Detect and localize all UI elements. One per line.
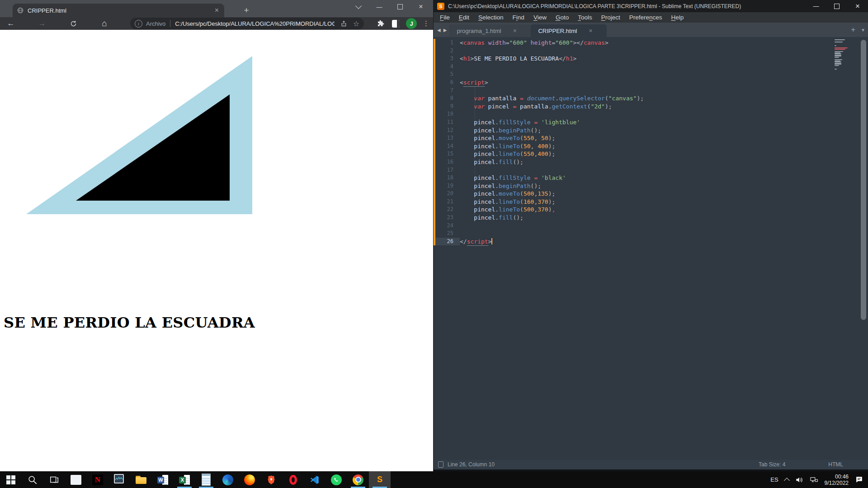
code-line-22[interactable]: 22 pincel.lineTo(500,370), xyxy=(434,206,868,214)
chrome-menu-button[interactable]: ⋮ xyxy=(423,19,429,28)
network-icon[interactable] xyxy=(810,476,818,484)
clock-date: 9/12/2022 xyxy=(825,480,849,486)
address-bar[interactable]: i Archivo C:/Users/pc/Desktop/ALURA/LOGI… xyxy=(130,18,364,29)
code-editor[interactable]: 1<canvas width="600" height="600"></canv… xyxy=(434,37,868,460)
code-line-2[interactable]: 2 xyxy=(434,47,868,55)
editor-scrollbar[interactable] xyxy=(861,40,866,320)
reload-button[interactable] xyxy=(68,18,79,29)
code-line-5[interactable]: 5 xyxy=(434,70,868,79)
menu-tools[interactable]: Tools xyxy=(573,14,597,21)
tab-size-indicator[interactable]: Tab Size: 4 xyxy=(759,461,785,468)
language-indicator[interactable]: ES xyxy=(770,476,778,483)
chrome-profile-chevron-icon[interactable] xyxy=(348,1,369,13)
line-text: pincel.fillStyle = 'lightblue' xyxy=(460,118,580,127)
volume-icon[interactable] xyxy=(795,476,803,484)
taskbar-brave[interactable] xyxy=(260,471,282,488)
code-line-23[interactable]: 23 pincel.fill(); xyxy=(434,214,868,222)
back-button[interactable]: ← xyxy=(5,18,16,29)
chrome-close-button[interactable]: × xyxy=(410,1,431,13)
menu-project[interactable]: Project xyxy=(597,14,625,21)
forward-button[interactable]: → xyxy=(37,18,47,29)
code-line-14[interactable]: 14 pincel.lineTo(50, 400); xyxy=(434,142,868,150)
chrome-maximize-button[interactable] xyxy=(390,1,410,13)
tab-scroll-right-icon[interactable]: ▶ xyxy=(443,28,447,33)
taskbar-notepad[interactable] xyxy=(195,471,217,488)
taskbar-vscode[interactable] xyxy=(304,471,326,488)
profile-avatar[interactable]: J xyxy=(406,18,417,29)
menu-view[interactable]: View xyxy=(529,14,551,21)
taskbar-sublime[interactable]: S xyxy=(369,471,391,488)
new-file-button[interactable]: + xyxy=(851,25,855,34)
menu-edit[interactable]: Edit xyxy=(454,14,474,21)
syntax-indicator[interactable]: HTML xyxy=(828,461,843,468)
taskbar-file-explorer[interactable] xyxy=(130,471,152,488)
code-line-3[interactable]: 3<h1>SE ME PERDIO LA ESCUADRA</h1> xyxy=(434,55,868,63)
menu-help[interactable]: Help xyxy=(667,14,689,21)
code-line-13[interactable]: 13 pincel.moveTo(550, 50); xyxy=(434,134,868,142)
code-line-9[interactable]: 9 var pincel = pantalla.getContext("2d")… xyxy=(434,103,868,111)
code-line-25[interactable]: 25 xyxy=(434,230,868,238)
code-line-20[interactable]: 20 pincel.moveTo(500,135); xyxy=(434,190,868,198)
code-line-15[interactable]: 15 pincel.lineTo(550,400); xyxy=(434,150,868,158)
task-view-button[interactable] xyxy=(43,471,65,488)
taskbar-app-window[interactable] xyxy=(65,471,87,488)
editor-tab-cripper[interactable]: CRIPPER.html × xyxy=(531,24,607,37)
start-button[interactable] xyxy=(0,471,22,488)
new-tab-button[interactable]: + xyxy=(241,5,252,16)
taskbar-chrome[interactable] xyxy=(347,471,369,488)
menu-preferences[interactable]: Preferences xyxy=(625,14,667,21)
menu-selection[interactable]: Selection xyxy=(474,14,508,21)
code-line-26[interactable]: 26</script> xyxy=(434,238,868,246)
code-line-6[interactable]: 6<script> xyxy=(434,79,868,87)
extension-icon[interactable] xyxy=(392,20,400,28)
taskbar-opera[interactable] xyxy=(282,471,304,488)
code-line-8[interactable]: 8 var pantalla = document.querySelector(… xyxy=(434,94,868,103)
code-line-17[interactable]: 17 xyxy=(434,166,868,174)
editor-tab-programa[interactable]: programa_1.html × xyxy=(449,24,531,37)
line-number: 9 xyxy=(435,103,460,111)
code-line-7[interactable]: 7 xyxy=(434,87,868,95)
tab-close-icon[interactable]: × xyxy=(215,7,219,14)
sublime-close-button[interactable]: × xyxy=(847,0,868,12)
share-button[interactable] xyxy=(340,20,348,28)
url-text[interactable]: C:/Users/pc/Desktop/ALURA/LOGICA%20PRIMO… xyxy=(175,20,334,27)
taskbar-clock[interactable]: 00:46 9/12/2022 xyxy=(825,474,849,486)
browser-tab[interactable]: CRIPPER.html × xyxy=(13,4,224,17)
minimap[interactable] xyxy=(835,39,860,70)
taskbar-edge[interactable] xyxy=(217,471,239,488)
taskbar-system-monitor[interactable] xyxy=(108,471,130,488)
taskbar-whatsapp[interactable] xyxy=(326,471,347,488)
code-line-21[interactable]: 21 pincel.lineTo(160,370); xyxy=(434,198,868,206)
tab-close-icon[interactable]: × xyxy=(589,27,592,34)
info-icon[interactable]: i xyxy=(135,20,142,28)
bookmark-star-icon[interactable]: ☆ xyxy=(353,19,359,28)
code-line-1[interactable]: 1<canvas width="600" height="600"></canv… xyxy=(434,39,868,47)
tab-scroll-left-icon[interactable]: ◀ xyxy=(437,28,441,33)
taskbar-search-button[interactable] xyxy=(22,471,43,488)
hidden-icons-chevron-icon[interactable] xyxy=(784,478,790,483)
taskbar-firefox[interactable] xyxy=(239,471,260,488)
tab-close-icon[interactable]: × xyxy=(513,27,517,34)
chrome-minimize-button[interactable]: — xyxy=(369,1,390,13)
code-line-11[interactable]: 11 pincel.fillStyle = 'lightblue' xyxy=(434,118,868,127)
tab-overflow-icon[interactable]: ▼ xyxy=(861,28,865,33)
action-center-icon[interactable] xyxy=(855,475,863,484)
code-line-16[interactable]: 16 pincel.fill(); xyxy=(434,158,868,166)
taskbar-word[interactable]: W xyxy=(152,471,174,488)
code-line-19[interactable]: 19 pincel.beginPath(); xyxy=(434,182,868,190)
sublime-maximize-button[interactable] xyxy=(826,0,847,12)
vintage-mode-icon[interactable] xyxy=(438,461,443,468)
taskbar-excel[interactable]: X xyxy=(174,471,195,488)
code-line-4[interactable]: 4 xyxy=(434,63,868,71)
menu-goto[interactable]: Goto xyxy=(551,14,573,21)
menu-find[interactable]: Find xyxy=(508,14,529,21)
menu-file[interactable]: File xyxy=(435,14,454,21)
code-line-10[interactable]: 10 xyxy=(434,110,868,118)
code-line-12[interactable]: 12 pincel.beginPath(); xyxy=(434,127,868,135)
taskbar-netflix[interactable]: N xyxy=(87,471,108,488)
extensions-button[interactable] xyxy=(377,19,385,28)
sublime-minimize-button[interactable]: — xyxy=(806,0,826,12)
code-line-24[interactable]: 24 xyxy=(434,222,868,230)
home-button[interactable]: ⌂ xyxy=(99,18,110,29)
code-line-18[interactable]: 18 pincel.fillStyle = 'black' xyxy=(434,174,868,182)
